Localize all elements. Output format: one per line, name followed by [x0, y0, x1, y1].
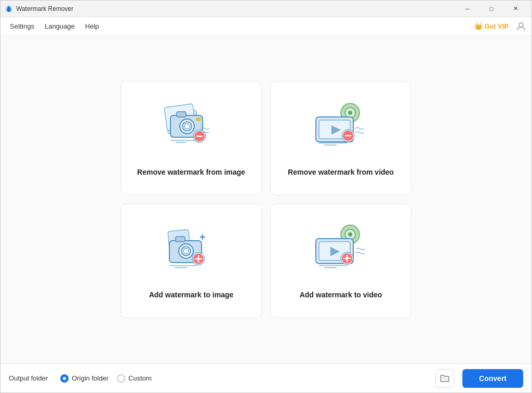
output-folder-label: Output folder — [9, 374, 48, 382]
card-remove-image[interactable]: Remove watermark from image — [121, 81, 262, 195]
card-remove-video[interactable]: Remove watermark from video — [270, 81, 411, 195]
svg-text:+: + — [200, 231, 206, 243]
svg-point-37 — [348, 232, 352, 237]
custom-option[interactable]: Custom — [117, 374, 152, 383]
bottom-bar: Output folder Origin folder Custom Conve… — [1, 363, 531, 392]
origin-folder-option[interactable]: Origin folder — [60, 374, 109, 383]
vip-label: Get VIP — [485, 22, 509, 30]
card-add-video[interactable]: Add watermark to video — [270, 204, 411, 318]
remove-image-label: Remove watermark from image — [137, 168, 245, 176]
card-add-image[interactable]: + Add watermark to image — [121, 204, 262, 318]
convert-button[interactable]: Convert — [462, 369, 523, 388]
remove-video-icon — [310, 97, 372, 160]
radio-group: Origin folder Custom — [60, 374, 152, 383]
maximize-button[interactable]: □ — [480, 1, 503, 17]
menu-bar: Settings Language Help 👑 Get VIP — [1, 17, 531, 36]
app-title: Watermark Remover — [16, 5, 456, 12]
vip-icon: 👑 — [474, 22, 483, 30]
svg-rect-26 — [176, 237, 185, 242]
add-image-icon: + — [160, 220, 222, 282]
profile-button[interactable] — [515, 20, 527, 33]
svg-rect-9 — [196, 118, 201, 121]
menu-settings[interactable]: Settings — [5, 20, 39, 32]
main-content: Remove watermark from image — [1, 36, 531, 363]
add-video-label: Add watermark to video — [300, 291, 382, 299]
close-button[interactable]: ✕ — [503, 1, 527, 17]
add-image-label: Add watermark to image — [149, 291, 234, 299]
get-vip-button[interactable]: 👑 Get VIP — [474, 22, 509, 30]
add-video-icon — [310, 220, 372, 282]
app-icon — [5, 5, 13, 13]
folder-button[interactable] — [435, 369, 454, 388]
menu-language[interactable]: Language — [39, 20, 80, 32]
custom-label: Custom — [128, 374, 152, 382]
custom-radio[interactable] — [117, 374, 125, 383]
svg-point-16 — [348, 111, 352, 115]
title-bar: Watermark Remover ─ □ ✕ — [1, 1, 531, 17]
origin-folder-label: Origin folder — [72, 374, 109, 382]
menu-help[interactable]: Help — [80, 20, 104, 32]
remove-image-icon — [160, 97, 222, 160]
remove-video-label: Remove watermark from video — [288, 168, 394, 176]
svg-point-29 — [183, 248, 189, 254]
svg-point-1 — [519, 23, 523, 27]
minimize-button[interactable]: ─ — [456, 1, 480, 17]
origin-folder-radio[interactable] — [60, 374, 69, 383]
window-controls: ─ □ ✕ — [456, 1, 527, 17]
svg-point-8 — [184, 124, 190, 129]
feature-grid: Remove watermark from image — [121, 81, 411, 318]
svg-rect-5 — [177, 112, 186, 117]
